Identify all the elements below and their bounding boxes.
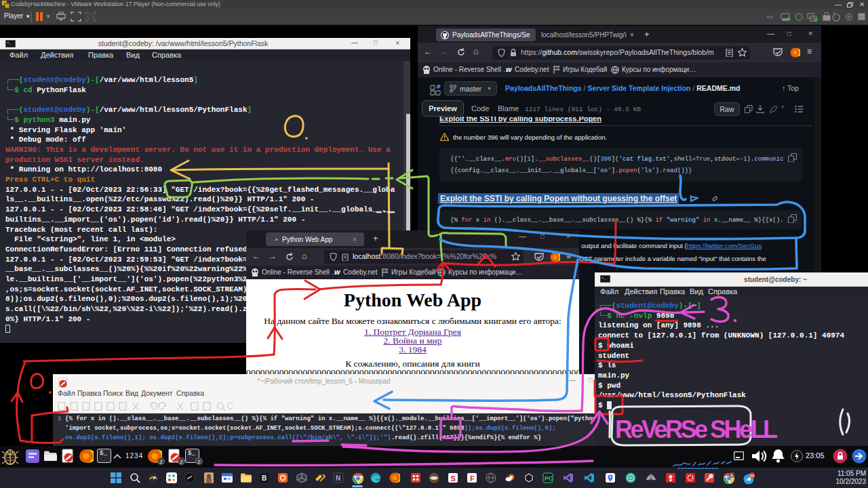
svg-text:B: B <box>262 474 267 482</box>
svg-text:PC: PC <box>545 475 553 482</box>
svg-text:»»: »» <box>766 14 773 20</box>
svg-text:N: N <box>336 474 340 482</box>
svg-text:54: 54 <box>750 474 755 478</box>
svg-text:S: S <box>451 474 456 483</box>
svg-text:F: F <box>470 474 475 483</box>
svg-text:A: A <box>730 473 734 478</box>
